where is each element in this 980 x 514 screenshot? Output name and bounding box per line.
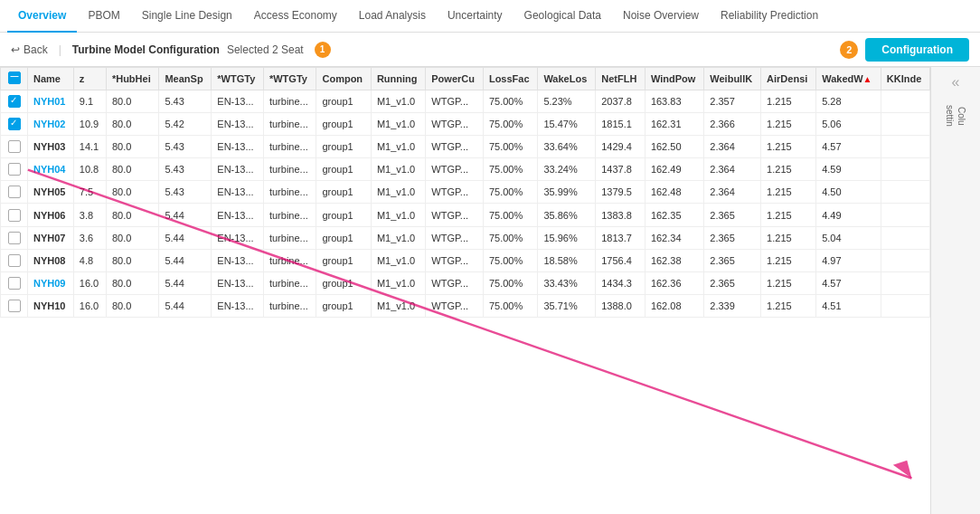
cell-netflh: 1815.1: [596, 113, 645, 136]
cell-meansp: 5.43: [159, 90, 212, 113]
cell-weibullk: 2.365: [704, 226, 761, 249]
tab-noise-overview[interactable]: Noise Overview: [612, 0, 710, 33]
cell-wtgty1: EN-13...: [212, 90, 264, 113]
cell-name: NYH10: [28, 294, 74, 317]
cell-hubhei: 80.0: [106, 113, 159, 136]
row-checkbox-cell[interactable]: [1, 271, 28, 294]
tab-overview[interactable]: Overview: [7, 0, 77, 33]
header-checkbox-cell[interactable]: [1, 68, 28, 90]
cell-lossfac: 75.00%: [483, 181, 537, 204]
cell-name: NYH09: [28, 271, 74, 294]
cell-wakelos: 5.23%: [538, 90, 596, 113]
cell-wakelos: 18.58%: [538, 249, 596, 271]
table-row: NYH0314.180.05.43EN-13...turbine...group…: [1, 136, 930, 158]
row-checkbox-cell[interactable]: [1, 294, 28, 317]
cell-wakelos: 33.64%: [538, 136, 596, 158]
cell-netflh: 1388.0: [596, 294, 645, 317]
cell-name: NYH08: [28, 249, 74, 271]
tab-geological-data[interactable]: Geological Data: [514, 0, 612, 33]
table-row: NYH019.180.05.43EN-13...turbine...group1…: [1, 90, 930, 113]
cell-hubhei: 80.0: [106, 136, 159, 158]
cell-kkinde: [881, 294, 929, 317]
row-checkbox[interactable]: [8, 140, 21, 153]
cell-netflh: 1379.5: [596, 181, 645, 204]
cell-airdensi: 1.215: [761, 294, 816, 317]
row-checkbox[interactable]: [8, 209, 21, 222]
table-row: NYH073.680.05.44EN-13...turbine...group1…: [1, 226, 930, 249]
col-header-airdensi: AirDensi: [761, 68, 816, 90]
main-content: Name z *HubHei MeanSp *WTGTy *WTGTy Comp…: [0, 67, 980, 514]
configuration-button[interactable]: Configuration: [865, 38, 969, 62]
cell-wakelos: 35.99%: [538, 181, 596, 204]
row-checkbox[interactable]: [8, 254, 21, 267]
panel-text: Colu settin: [944, 101, 967, 130]
cell-name: NYH01: [28, 90, 74, 113]
row-checkbox-cell[interactable]: [1, 204, 28, 226]
cell-windpow: 162.48: [645, 181, 703, 204]
row-checkbox[interactable]: [8, 300, 21, 312]
collapse-panel-button[interactable]: «: [952, 74, 960, 90]
cell-wakedw: 4.97: [816, 249, 881, 271]
cell-weibullk: 2.364: [704, 158, 761, 181]
table-row: NYH0410.880.05.43EN-13...turbine...group…: [1, 158, 930, 181]
cell-windpow: 163.83: [645, 90, 703, 113]
cell-airdensi: 1.215: [761, 158, 816, 181]
row-checkbox-cell[interactable]: [1, 181, 28, 204]
row-checkbox-cell[interactable]: [1, 113, 28, 136]
row-checkbox[interactable]: [8, 232, 21, 244]
row-checkbox-cell[interactable]: [1, 158, 28, 181]
cell-wtgty2: turbine...: [263, 113, 316, 136]
cell-wtgty2: turbine...: [263, 181, 316, 204]
cell-wtgty1: EN-13...: [212, 271, 264, 294]
cell-wtgty1: EN-13...: [212, 158, 264, 181]
row-checkbox-cell[interactable]: [1, 136, 28, 158]
cell-wakedw: 4.50: [816, 181, 881, 204]
row-checkbox[interactable]: [8, 118, 21, 130]
cell-wtgty2: turbine...: [263, 249, 316, 271]
tab-uncertainty[interactable]: Uncertainty: [437, 0, 514, 33]
tab-single-line-design[interactable]: Single Line Design: [131, 0, 243, 33]
row-checkbox[interactable]: [8, 95, 21, 108]
cell-z: 9.1: [73, 90, 106, 113]
tab-load-analysis[interactable]: Load Analysis: [348, 0, 437, 33]
cell-name: NYH05: [28, 181, 74, 204]
cell-kkinde: [881, 113, 929, 136]
tab-pbom[interactable]: PBOM: [77, 0, 130, 33]
cell-meansp: 5.44: [159, 249, 212, 271]
cell-powercu: WTGP...: [426, 136, 484, 158]
row-checkbox[interactable]: [8, 163, 21, 176]
back-button[interactable]: ↩ Back: [11, 43, 48, 56]
tab-access-economy[interactable]: Access Economy: [243, 0, 348, 33]
cell-compon: group1: [316, 249, 371, 271]
table-row: NYH063.880.05.44EN-13...turbine...group1…: [1, 204, 930, 226]
cell-wakedw: 4.57: [816, 271, 881, 294]
cell-windpow: 162.34: [645, 226, 703, 249]
tab-reliability-prediction[interactable]: Reliability Prediction: [710, 0, 829, 33]
top-navigation: Overview PBOM Single Line Design Access …: [0, 0, 980, 33]
cell-weibullk: 2.365: [704, 204, 761, 226]
row-checkbox-cell[interactable]: [1, 226, 28, 249]
cell-windpow: 162.36: [645, 271, 703, 294]
cell-compon: group1: [316, 90, 371, 113]
table-header-row: Name z *HubHei MeanSp *WTGTy *WTGTy Comp…: [1, 68, 930, 90]
cell-z: 16.0: [73, 271, 106, 294]
cell-netflh: 1437.8: [596, 158, 645, 181]
toolbar: ↩ Back | Turbine Model Configuration Sel…: [0, 33, 980, 67]
col-header-wtgty2: *WTGTy: [263, 68, 316, 90]
row-checkbox-cell[interactable]: [1, 90, 28, 113]
row-checkbox[interactable]: [8, 277, 21, 290]
cell-powercu: WTGP...: [426, 249, 484, 271]
cell-windpow: 162.49: [645, 158, 703, 181]
cell-z: 7.5: [73, 181, 106, 204]
cell-powercu: WTGP...: [426, 226, 484, 249]
row-checkbox[interactable]: [8, 186, 21, 198]
cell-compon: group1: [316, 204, 371, 226]
cell-netflh: 1434.3: [596, 271, 645, 294]
toolbar-right: 2 Configuration: [840, 38, 969, 62]
cell-running: M1_v1.0: [371, 294, 425, 317]
select-all-checkbox[interactable]: [8, 71, 21, 84]
cell-powercu: WTGP...: [426, 294, 484, 317]
cell-wtgty2: turbine...: [263, 136, 316, 158]
col-header-lossfac: LossFac: [483, 68, 537, 90]
row-checkbox-cell[interactable]: [1, 249, 28, 271]
